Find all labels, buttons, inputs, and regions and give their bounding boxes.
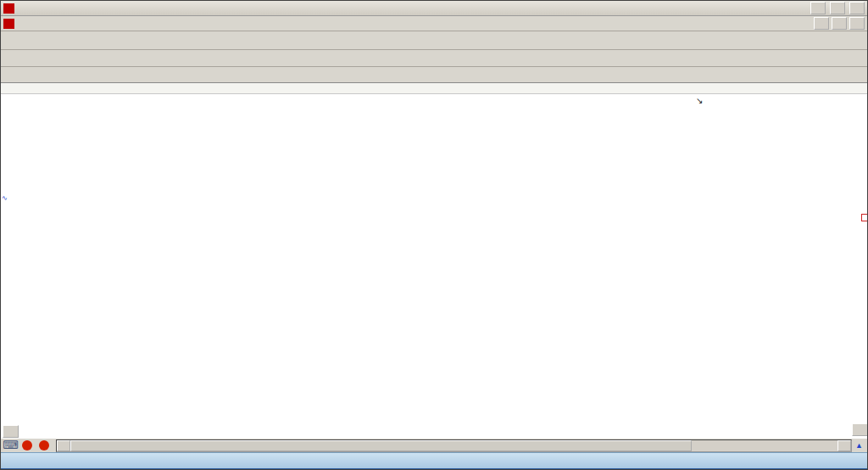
date-axis (1, 83, 867, 94)
left-edge-marker-icon: ∿ (2, 194, 8, 202)
drawing-toolbar (1, 67, 867, 83)
mdi-close-button[interactable] (849, 17, 865, 30)
maximize-button[interactable] (830, 2, 845, 14)
close-button[interactable] (849, 2, 865, 14)
quote-bar (1, 452, 867, 470)
keyboard-icon[interactable]: ⌨ (3, 440, 19, 450)
kline-chart-area[interactable]: ↘ ∿ (1, 94, 868, 438)
menu-app-icon (3, 19, 14, 29)
minimize-button[interactable] (810, 2, 826, 14)
scroll-right-arrow[interactable] (837, 440, 851, 451)
title-bar (1, 1, 867, 16)
status-bar: ⌨ ▲ (1, 438, 867, 452)
scroll-left-arrow[interactable] (57, 440, 70, 451)
horizontal-scrollbar[interactable] (56, 439, 852, 452)
mdi-restore-button[interactable] (832, 17, 847, 30)
app-window: { "window": { "logo": "赢", "title": "赢家江… (0, 0, 868, 470)
level-flag (861, 214, 868, 221)
candlestick-canvas[interactable] (1, 94, 868, 438)
panel-collapse-button[interactable] (852, 423, 868, 436)
mdi-minimize-button[interactable] (814, 17, 829, 30)
shanghai-index-icon[interactable] (22, 440, 32, 450)
chart-toolbar (1, 50, 867, 67)
app-logo-icon (3, 3, 14, 14)
scroll-thumb[interactable] (70, 440, 692, 451)
close-line-toggle[interactable]: ▲ (855, 441, 865, 450)
menu-bar (1, 16, 867, 31)
panel-expand-button[interactable] (3, 425, 19, 438)
close-line-icon: ▲ (855, 441, 863, 450)
current-bar-marker-icon: ↘ (696, 96, 703, 105)
shenzhen-index-icon[interactable] (39, 440, 49, 450)
main-toolbar (1, 31, 867, 50)
